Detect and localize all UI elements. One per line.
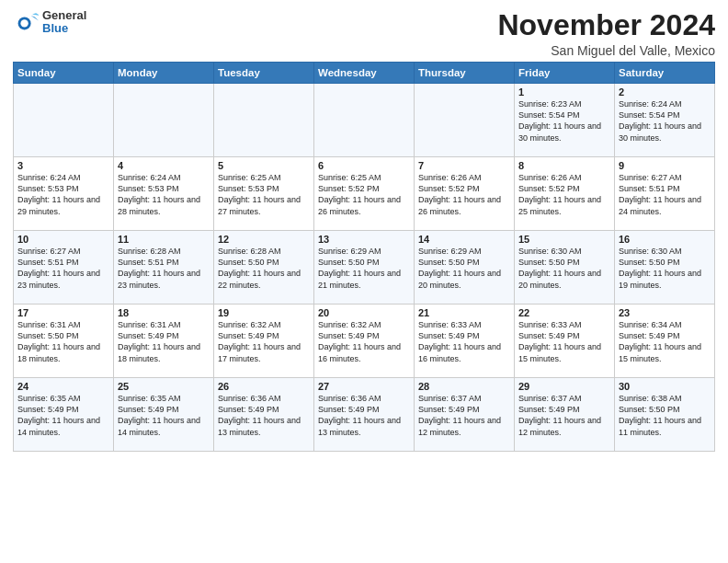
calendar-cell: 18Sunrise: 6:31 AM Sunset: 5:49 PM Dayli… bbox=[114, 304, 214, 378]
calendar-cell: 7Sunrise: 6:26 AM Sunset: 5:52 PM Daylig… bbox=[415, 157, 515, 231]
week-row-1: 1Sunrise: 6:23 AM Sunset: 5:54 PM Daylig… bbox=[14, 84, 715, 157]
calendar-cell: 28Sunrise: 6:37 AM Sunset: 5:49 PM Dayli… bbox=[415, 378, 515, 452]
calendar-cell: 12Sunrise: 6:28 AM Sunset: 5:50 PM Dayli… bbox=[214, 231, 314, 304]
day-number: 16 bbox=[619, 234, 711, 245]
day-number: 19 bbox=[218, 307, 310, 318]
weekday-header-tuesday: Tuesday bbox=[214, 63, 314, 84]
day-number: 14 bbox=[418, 234, 510, 245]
calendar-cell: 15Sunrise: 6:30 AM Sunset: 5:50 PM Dayli… bbox=[515, 231, 615, 304]
day-number: 24 bbox=[17, 381, 109, 392]
cell-info: Sunrise: 6:33 AM Sunset: 5:49 PM Dayligh… bbox=[518, 319, 610, 364]
calendar-cell bbox=[415, 84, 515, 157]
week-row-2: 3Sunrise: 6:24 AM Sunset: 5:53 PM Daylig… bbox=[14, 157, 715, 231]
week-row-4: 17Sunrise: 6:31 AM Sunset: 5:50 PM Dayli… bbox=[14, 304, 715, 378]
day-number: 29 bbox=[518, 381, 610, 392]
calendar-cell: 17Sunrise: 6:31 AM Sunset: 5:50 PM Dayli… bbox=[14, 304, 114, 378]
cell-info: Sunrise: 6:27 AM Sunset: 5:51 PM Dayligh… bbox=[619, 172, 711, 217]
calendar-cell: 5Sunrise: 6:25 AM Sunset: 5:53 PM Daylig… bbox=[214, 157, 314, 231]
location: San Miguel del Valle, Mexico bbox=[497, 43, 715, 58]
day-number: 30 bbox=[619, 381, 711, 392]
weekday-header-saturday: Saturday bbox=[615, 63, 715, 84]
day-number: 21 bbox=[418, 307, 510, 318]
calendar-cell: 8Sunrise: 6:26 AM Sunset: 5:52 PM Daylig… bbox=[515, 157, 615, 231]
day-number: 5 bbox=[218, 160, 310, 171]
calendar-cell: 19Sunrise: 6:32 AM Sunset: 5:49 PM Dayli… bbox=[214, 304, 314, 378]
calendar-cell: 2Sunrise: 6:24 AM Sunset: 5:54 PM Daylig… bbox=[615, 84, 715, 157]
cell-info: Sunrise: 6:37 AM Sunset: 5:49 PM Dayligh… bbox=[518, 393, 610, 438]
day-number: 4 bbox=[118, 160, 210, 171]
weekday-header-thursday: Thursday bbox=[415, 63, 515, 84]
cell-info: Sunrise: 6:32 AM Sunset: 5:49 PM Dayligh… bbox=[318, 319, 410, 364]
calendar-cell: 29Sunrise: 6:37 AM Sunset: 5:49 PM Dayli… bbox=[515, 378, 615, 452]
cell-info: Sunrise: 6:26 AM Sunset: 5:52 PM Dayligh… bbox=[518, 172, 610, 217]
cell-info: Sunrise: 6:31 AM Sunset: 5:50 PM Dayligh… bbox=[17, 319, 109, 364]
cell-info: Sunrise: 6:28 AM Sunset: 5:51 PM Dayligh… bbox=[118, 246, 210, 291]
calendar-cell: 25Sunrise: 6:35 AM Sunset: 5:49 PM Dayli… bbox=[114, 378, 214, 452]
calendar-cell bbox=[14, 84, 114, 157]
calendar-cell: 11Sunrise: 6:28 AM Sunset: 5:51 PM Dayli… bbox=[114, 231, 214, 304]
calendar-cell bbox=[314, 84, 415, 157]
day-number: 23 bbox=[619, 307, 711, 318]
day-number: 25 bbox=[118, 381, 210, 392]
cell-info: Sunrise: 6:26 AM Sunset: 5:52 PM Dayligh… bbox=[418, 172, 510, 217]
cell-info: Sunrise: 6:35 AM Sunset: 5:49 PM Dayligh… bbox=[118, 393, 210, 438]
cell-info: Sunrise: 6:29 AM Sunset: 5:50 PM Dayligh… bbox=[318, 246, 410, 291]
day-number: 17 bbox=[17, 307, 109, 318]
calendar-cell: 13Sunrise: 6:29 AM Sunset: 5:50 PM Dayli… bbox=[314, 231, 415, 304]
cell-info: Sunrise: 6:32 AM Sunset: 5:49 PM Dayligh… bbox=[218, 319, 310, 364]
calendar-cell: 4Sunrise: 6:24 AM Sunset: 5:53 PM Daylig… bbox=[114, 157, 214, 231]
calendar-cell: 16Sunrise: 6:30 AM Sunset: 5:50 PM Dayli… bbox=[615, 231, 715, 304]
weekday-header-wednesday: Wednesday bbox=[314, 63, 415, 84]
logo-general: General bbox=[42, 9, 86, 22]
day-number: 11 bbox=[118, 234, 210, 245]
calendar-cell: 6Sunrise: 6:25 AM Sunset: 5:52 PM Daylig… bbox=[314, 157, 415, 231]
svg-point-1 bbox=[20, 19, 28, 27]
cell-info: Sunrise: 6:31 AM Sunset: 5:49 PM Dayligh… bbox=[118, 319, 210, 364]
calendar-cell bbox=[214, 84, 314, 157]
logo-blue: Blue bbox=[42, 22, 86, 35]
header-row: General Blue November 2024 San Miguel de… bbox=[13, 9, 715, 58]
cell-info: Sunrise: 6:28 AM Sunset: 5:50 PM Dayligh… bbox=[218, 246, 310, 291]
day-number: 7 bbox=[418, 160, 510, 171]
calendar-table: SundayMondayTuesdayWednesdayThursdayFrid… bbox=[13, 62, 715, 452]
svg-marker-2 bbox=[31, 16, 39, 21]
calendar-cell: 30Sunrise: 6:38 AM Sunset: 5:50 PM Dayli… bbox=[615, 378, 715, 452]
calendar-cell: 9Sunrise: 6:27 AM Sunset: 5:51 PM Daylig… bbox=[615, 157, 715, 231]
day-number: 2 bbox=[619, 86, 711, 98]
calendar-cell: 1Sunrise: 6:23 AM Sunset: 5:54 PM Daylig… bbox=[515, 84, 615, 157]
cell-info: Sunrise: 6:36 AM Sunset: 5:49 PM Dayligh… bbox=[318, 393, 410, 438]
cell-info: Sunrise: 6:24 AM Sunset: 5:53 PM Dayligh… bbox=[17, 172, 109, 217]
cell-info: Sunrise: 6:29 AM Sunset: 5:50 PM Dayligh… bbox=[418, 246, 510, 291]
calendar-cell: 20Sunrise: 6:32 AM Sunset: 5:49 PM Dayli… bbox=[314, 304, 415, 378]
month-title: November 2024 bbox=[497, 9, 715, 41]
week-row-3: 10Sunrise: 6:27 AM Sunset: 5:51 PM Dayli… bbox=[14, 231, 715, 304]
day-number: 15 bbox=[518, 234, 610, 245]
calendar-cell: 22Sunrise: 6:33 AM Sunset: 5:49 PM Dayli… bbox=[515, 304, 615, 378]
calendar-cell: 14Sunrise: 6:29 AM Sunset: 5:50 PM Dayli… bbox=[415, 231, 515, 304]
day-number: 26 bbox=[218, 381, 310, 392]
cell-info: Sunrise: 6:30 AM Sunset: 5:50 PM Dayligh… bbox=[619, 246, 711, 291]
day-number: 9 bbox=[619, 160, 711, 171]
cell-info: Sunrise: 6:30 AM Sunset: 5:50 PM Dayligh… bbox=[518, 246, 610, 291]
day-number: 22 bbox=[518, 307, 610, 318]
cell-info: Sunrise: 6:36 AM Sunset: 5:49 PM Dayligh… bbox=[218, 393, 310, 438]
cell-info: Sunrise: 6:33 AM Sunset: 5:49 PM Dayligh… bbox=[418, 319, 510, 364]
cell-info: Sunrise: 6:25 AM Sunset: 5:53 PM Dayligh… bbox=[218, 172, 310, 217]
title-block: November 2024 San Miguel del Valle, Mexi… bbox=[497, 9, 715, 58]
cell-info: Sunrise: 6:35 AM Sunset: 5:49 PM Dayligh… bbox=[17, 393, 109, 438]
day-number: 1 bbox=[518, 86, 610, 98]
cell-info: Sunrise: 6:38 AM Sunset: 5:50 PM Dayligh… bbox=[619, 393, 711, 438]
calendar-cell: 24Sunrise: 6:35 AM Sunset: 5:49 PM Dayli… bbox=[14, 378, 114, 452]
calendar-cell: 27Sunrise: 6:36 AM Sunset: 5:49 PM Dayli… bbox=[314, 378, 415, 452]
svg-marker-3 bbox=[32, 13, 39, 16]
cell-info: Sunrise: 6:37 AM Sunset: 5:49 PM Dayligh… bbox=[418, 393, 510, 438]
calendar-cell: 26Sunrise: 6:36 AM Sunset: 5:49 PM Dayli… bbox=[214, 378, 314, 452]
weekday-header-friday: Friday bbox=[515, 63, 615, 84]
cell-info: Sunrise: 6:34 AM Sunset: 5:49 PM Dayligh… bbox=[619, 319, 711, 364]
day-number: 8 bbox=[518, 160, 610, 171]
calendar-cell: 10Sunrise: 6:27 AM Sunset: 5:51 PM Dayli… bbox=[14, 231, 114, 304]
day-number: 3 bbox=[17, 160, 109, 171]
day-number: 10 bbox=[17, 234, 109, 245]
day-number: 12 bbox=[218, 234, 310, 245]
day-number: 27 bbox=[318, 381, 410, 392]
